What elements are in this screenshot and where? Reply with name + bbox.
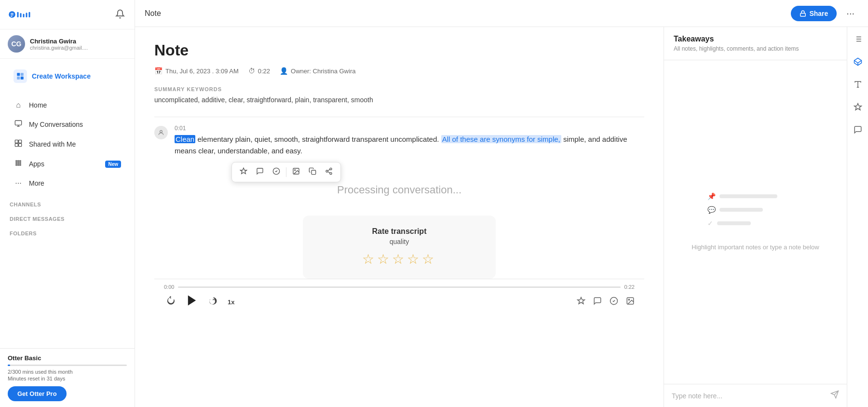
share-button[interactable]: Share	[791, 6, 837, 21]
svg-point-33	[330, 168, 332, 170]
pin-toolbar-button[interactable]	[236, 164, 251, 180]
sidebar: CG Christina Gwira christina.gwira@gmail…	[0, 0, 135, 407]
svg-point-21	[16, 163, 17, 164]
send-note-button[interactable]	[830, 390, 839, 401]
image-player-button[interactable]	[626, 297, 635, 307]
sidebar-item-apps[interactable]: Apps New	[4, 154, 131, 174]
svg-rect-27	[800, 13, 806, 16]
share-toolbar-button[interactable]	[321, 164, 337, 180]
svg-point-35	[330, 173, 332, 175]
action-player-button[interactable]	[610, 297, 618, 307]
comment-toolbar-button[interactable]	[252, 164, 268, 180]
rewind-button[interactable]	[164, 294, 177, 310]
gem-icon-button[interactable]	[852, 55, 864, 70]
svg-rect-14	[15, 140, 18, 143]
svg-point-34	[326, 170, 328, 172]
rate-subtitle: quality	[314, 238, 484, 245]
svg-point-19	[18, 161, 19, 162]
create-workspace-button[interactable]: Create Workspace	[6, 63, 129, 90]
current-time: 0:00	[164, 284, 174, 290]
usage-bar	[8, 365, 10, 366]
sidebar-item-more[interactable]: ··· More	[4, 174, 131, 192]
svg-point-20	[20, 161, 21, 162]
notification-bell-button[interactable]	[113, 7, 127, 22]
home-icon: ⌂	[14, 101, 23, 109]
placeholder-illustration: 📌 💬 ✓	[707, 192, 804, 233]
svg-rect-32	[312, 170, 316, 175]
list-view-button[interactable]	[852, 33, 864, 48]
page-title: Note	[145, 9, 161, 18]
svg-rect-8	[29, 12, 30, 17]
text-selection-toolbar	[231, 162, 341, 182]
svg-point-22	[18, 163, 19, 164]
owner-icon: 👤	[280, 67, 288, 75]
play-button[interactable]	[185, 294, 199, 310]
comment-player-button[interactable]	[593, 297, 602, 307]
svg-rect-2	[11, 14, 14, 15]
direct-messages-section-header: DIRECT MESSAGES	[0, 211, 135, 224]
svg-point-26	[20, 164, 21, 166]
svg-rect-10	[21, 73, 24, 76]
apps-icon	[14, 159, 23, 169]
transcript-body: 0:01 Clean elementary plain, quiet, smoo…	[175, 125, 644, 157]
sidebar-item-my-conversations-label: My Conversations	[29, 121, 121, 128]
player-timeline: 0:00 0:22	[164, 284, 635, 290]
sidebar-item-apps-label: Apps	[29, 160, 99, 168]
more-options-button[interactable]: ···	[842, 6, 858, 21]
svg-line-36	[328, 172, 330, 173]
speed-button[interactable]: 1x	[228, 298, 234, 306]
player-right-icons	[577, 297, 635, 307]
text-format-button[interactable]	[852, 78, 864, 93]
processing-text: Processing conversation...	[154, 164, 644, 216]
note-owner: 👤 Owner: Christina Gwira	[280, 67, 355, 75]
clock-icon: ⏱	[248, 67, 255, 75]
progress-track[interactable]	[178, 286, 620, 288]
calendar-icon: 📅	[154, 67, 163, 75]
svg-point-24	[16, 164, 17, 166]
folders-section-header: FOLDERS	[0, 226, 135, 238]
summary-section: SUMMARY KEYWORDS uncomplicated, additive…	[154, 86, 644, 105]
plan-reset: Minutes reset in 31 days	[8, 376, 127, 381]
svg-rect-12	[21, 77, 24, 80]
conversations-icon	[14, 120, 23, 129]
sidebar-item-shared-with-me[interactable]: Shared with Me	[4, 135, 131, 154]
summary-keywords: uncomplicated, additive, clear, straight…	[154, 95, 644, 105]
copy-toolbar-button[interactable]	[305, 164, 320, 180]
svg-point-41	[628, 299, 629, 300]
user-profile[interactable]: CG Christina Gwira christina.gwira@gmail…	[0, 29, 135, 59]
svg-point-18	[16, 161, 17, 162]
app-logo	[8, 6, 37, 23]
highlighted-sentence: All of these are synonyms for simple,	[441, 135, 561, 143]
svg-point-23	[20, 163, 21, 164]
note-title: Note	[154, 41, 644, 59]
note-input[interactable]	[672, 392, 827, 400]
plan-usage: 2/300 mins used this month	[8, 369, 127, 375]
svg-point-28	[160, 130, 163, 133]
svg-rect-13	[15, 121, 21, 125]
sidebar-item-shared-label: Shared with Me	[29, 140, 121, 148]
sidebar-item-my-conversations[interactable]: My Conversations	[4, 115, 131, 134]
image-toolbar-button[interactable]	[288, 164, 304, 180]
placeholder-comment-icon: 💬	[707, 206, 716, 214]
forward-button[interactable]	[206, 294, 220, 310]
check-toolbar-button[interactable]	[269, 164, 284, 180]
placeholder-pin-icon: 📌	[707, 192, 716, 200]
takeaways-panel: Takeaways All notes, highlights, comment…	[664, 27, 847, 407]
player-controls: 1x	[164, 294, 635, 310]
main-header: Note Share ···	[135, 0, 868, 27]
usage-bar-container	[8, 365, 127, 366]
chat-side-button[interactable]	[852, 123, 864, 138]
pin-side-button[interactable]	[852, 101, 864, 116]
pin-player-button[interactable]	[577, 297, 585, 307]
summary-label: SUMMARY KEYWORDS	[154, 86, 644, 92]
rate-transcript-box: Rate transcript quality ☆☆☆☆☆	[303, 216, 496, 279]
workspace-icon	[14, 69, 27, 83]
placeholder-line-2	[719, 208, 763, 212]
header-actions: Share ···	[791, 6, 858, 21]
note-meta: 📅 Thu, Jul 6, 2023 . 3:09 AM ⏱ 0:22 👤 Ow…	[154, 67, 644, 75]
sidebar-item-home[interactable]: ⌂ Home	[4, 96, 131, 114]
star-rating[interactable]: ☆☆☆☆☆	[314, 251, 484, 267]
channels-section-header: CHANNELS	[0, 197, 135, 209]
get-pro-button[interactable]: Get Otter Pro	[8, 386, 67, 401]
takeaways-title: Takeaways	[674, 35, 837, 43]
